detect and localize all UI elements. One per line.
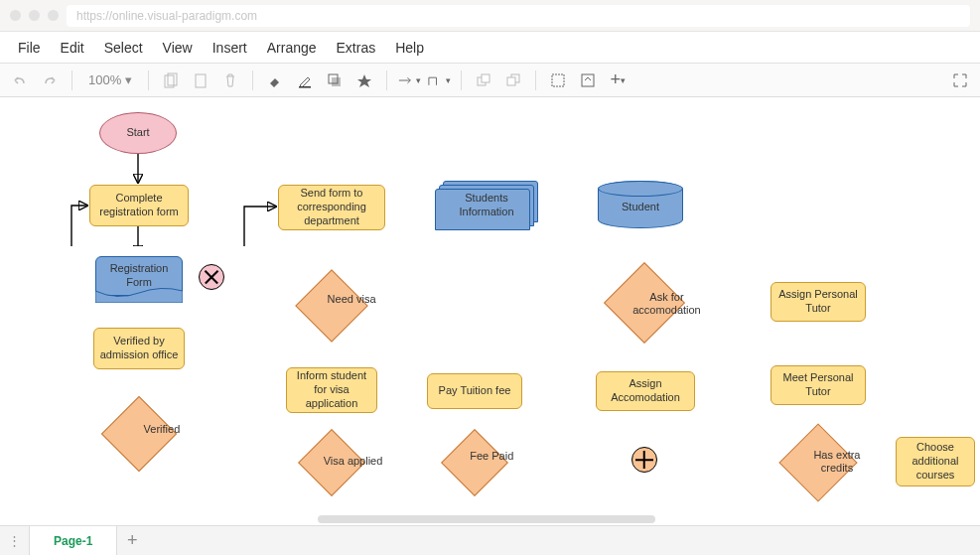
menu-help[interactable]: Help (385, 34, 434, 62)
node-label: Assign Accomodation (601, 377, 690, 405)
zoom-value: 100% (88, 72, 121, 87)
gateway-x[interactable] (199, 264, 224, 290)
node-students-info[interactable]: Students Information (435, 181, 538, 230)
separator (535, 70, 536, 90)
chevron-down-icon: ▾ (416, 75, 421, 85)
tab-bar: ⋮ Page-1 + (0, 525, 980, 555)
add-page-button[interactable]: + (117, 526, 147, 555)
node-student-db[interactable]: Student (598, 181, 683, 228)
node-start[interactable]: Start (99, 112, 177, 154)
fill-color-button[interactable] (263, 69, 287, 92)
menu-arrange[interactable]: Arrange (257, 34, 327, 62)
url-bar[interactable]: https://online.visual-paradigm.com (67, 5, 970, 27)
separator (148, 70, 149, 90)
separator (71, 70, 72, 90)
separator (461, 70, 462, 90)
grid-button[interactable] (546, 69, 570, 92)
node-label: Verified (123, 423, 201, 436)
node-pay-tuition[interactable]: Pay Tuition fee (427, 373, 522, 409)
node-label: Choose additional courses (901, 441, 970, 482)
menu-extras[interactable]: Extras (327, 34, 386, 62)
node-label: Has extra credits (797, 449, 877, 475)
fullscreen-button[interactable] (948, 69, 972, 92)
node-registration-form[interactable]: Registration Form (95, 256, 183, 296)
menu-view[interactable]: View (153, 34, 203, 62)
node-label: Complete registration form (94, 192, 184, 219)
menu-edit[interactable]: Edit (51, 34, 94, 62)
node-label: Verified by admission office (98, 335, 180, 362)
zoom-control[interactable]: 100%▾ (82, 72, 138, 87)
line-color-button[interactable] (293, 69, 317, 92)
shadow-button[interactable] (323, 69, 347, 92)
separator (252, 70, 253, 90)
redo-button[interactable] (38, 69, 62, 92)
menu-file[interactable]: File (8, 34, 51, 62)
waypoint-button[interactable]: ▾ (427, 69, 451, 92)
node-inform-visa[interactable]: Inform student for visa application (286, 367, 377, 413)
to-back-button[interactable] (501, 69, 525, 92)
node-label: Student (622, 201, 659, 214)
node-label: Need visa (317, 293, 386, 306)
add-button[interactable]: +▾ (606, 69, 630, 92)
node-need-visa[interactable]: Need visa (295, 269, 368, 343)
node-meet-tutor[interactable]: Meet Personal Tutor (770, 365, 866, 405)
to-front-button[interactable] (472, 69, 495, 92)
browser-titlebar: https://online.visual-paradigm.com (0, 0, 980, 32)
node-label: Ask for accomodation (622, 291, 711, 317)
svg-rect-7 (482, 74, 490, 82)
paste-button[interactable] (189, 69, 212, 92)
node-assign-accom[interactable]: Assign Accomodation (596, 371, 695, 411)
svg-rect-11 (582, 74, 594, 86)
node-label: Pay Tuition fee (439, 384, 511, 398)
copy-button[interactable] (159, 69, 183, 92)
node-label: Start (126, 126, 149, 140)
node-assign-tutor[interactable]: Assign Personal Tutor (770, 282, 866, 322)
node-send-form[interactable]: Send form to corresponding department (278, 185, 385, 230)
chevron-down-icon: ▾ (621, 75, 626, 85)
menu-select[interactable]: Select (94, 34, 153, 62)
connection-button[interactable]: ▾ (397, 69, 421, 92)
chevron-down-icon: ▾ (125, 72, 132, 87)
node-label: Inform student for visa application (291, 369, 372, 410)
toolbar: 100%▾ ▾ ▾ +▾ (0, 64, 980, 97)
menu-bar: File Edit Select View Insert Arrange Ext… (0, 32, 980, 64)
node-label: Send form to corresponding department (283, 187, 380, 227)
tab-page-1[interactable]: Page-1 (30, 526, 117, 555)
node-ask-accom[interactable]: Ask for accomodation (604, 262, 685, 344)
separator (386, 70, 387, 90)
node-fee-paid[interactable]: Fee Paid (441, 429, 508, 496)
undo-button[interactable] (8, 69, 32, 92)
node-label: Visa applied (317, 455, 390, 468)
menu-insert[interactable]: Insert (203, 34, 257, 62)
svg-rect-9 (507, 77, 515, 85)
node-visa-applied[interactable]: Visa applied (298, 429, 365, 496)
window-dot (48, 10, 59, 21)
gateway-plus[interactable] (631, 447, 657, 473)
node-label: Assign Personal Tutor (775, 288, 861, 316)
node-label: Fee Paid (461, 450, 522, 463)
chevron-down-icon: ▾ (446, 75, 451, 85)
node-verified-office[interactable]: Verified by admission office (93, 328, 185, 369)
svg-rect-2 (196, 74, 206, 87)
window-dot (29, 10, 40, 21)
diagram-canvas[interactable]: Start Complete registration form Registr… (0, 97, 980, 525)
horizontal-scrollbar[interactable] (318, 515, 655, 523)
svg-rect-3 (299, 86, 311, 88)
node-complete-registration[interactable]: Complete registration form (89, 185, 189, 226)
window-dot (10, 10, 21, 21)
node-verified[interactable]: Verified (101, 396, 177, 472)
fit-page-button[interactable] (576, 69, 600, 92)
svg-rect-10 (552, 74, 564, 86)
delete-button[interactable] (218, 69, 242, 92)
node-label: Meet Personal Tutor (775, 371, 861, 399)
page-menu-button[interactable]: ⋮ (0, 526, 30, 555)
node-has-credits[interactable]: Has extra credits (778, 423, 857, 501)
node-label: Registration Form (100, 262, 178, 290)
style-button[interactable] (352, 69, 376, 92)
node-label: Students Information (439, 192, 534, 219)
svg-rect-5 (332, 77, 341, 86)
node-choose-courses[interactable]: Choose additional courses (896, 437, 975, 486)
